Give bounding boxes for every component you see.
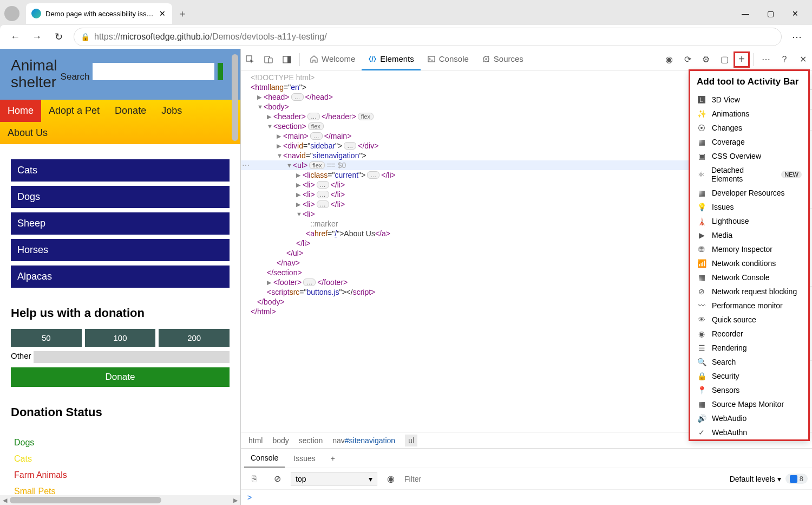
nav-item[interactable]: Donate [107, 100, 154, 122]
tool-icon: 🅻 [697, 95, 706, 104]
tool-menu-item[interactable]: ⛃Memory Inspector [690, 242, 808, 256]
perf-icon[interactable]: ⟳ [678, 49, 697, 70]
search-input[interactable] [93, 63, 214, 80]
close-window-icon[interactable]: ✕ [783, 5, 808, 22]
tool-menu-item[interactable]: ▦Developer Resources [690, 186, 808, 200]
forward-button[interactable]: → [27, 27, 47, 47]
tool-icon: 〰 [697, 301, 706, 310]
nav-item[interactable]: Home [0, 100, 41, 122]
minimize-icon[interactable]: — [733, 5, 758, 22]
tool-menu-item[interactable]: 🗼Lighthouse [690, 214, 808, 228]
drawer-console-tab[interactable]: Console [244, 449, 285, 468]
dock-icon[interactable] [278, 49, 296, 70]
tool-icon: ▦ [697, 138, 706, 146]
eye-icon[interactable]: ◉ [382, 468, 400, 490]
console-filter-input[interactable] [404, 475, 480, 483]
profile-icon[interactable] [4, 6, 19, 21]
tab-welcome[interactable]: Welcome [303, 49, 362, 70]
tool-menu-item[interactable]: 📶Network conditions [690, 256, 808, 270]
log-levels[interactable]: Default levels ▾ [730, 475, 781, 483]
tab-sources[interactable]: Sources [475, 49, 530, 70]
search-button[interactable] [218, 63, 223, 80]
close-devtools-icon[interactable]: ✕ [794, 49, 812, 70]
tool-menu-item[interactable]: 📍Sensors [690, 383, 808, 397]
tool-icon: ⊘ [697, 287, 706, 296]
site-header: Animalshelter Search [0, 49, 240, 100]
tool-menu-item[interactable]: ▦Network Console [690, 270, 808, 284]
animal-button[interactable]: Dogs [11, 186, 230, 208]
more-icon[interactable]: ⋯ [757, 49, 775, 70]
svg-rect-5 [428, 56, 435, 62]
close-tab-icon[interactable]: ✕ [158, 9, 167, 18]
maximize-icon[interactable]: ▢ [758, 5, 783, 22]
tool-menu-item[interactable]: ⦿Changes [690, 121, 808, 135]
page-content: Animalshelter Search HomeAdopt a PetDona… [0, 49, 240, 505]
help-icon[interactable]: ? [775, 49, 794, 70]
tool-menu-item[interactable]: ✨Animations [690, 107, 808, 121]
nav-item[interactable]: About Us [0, 122, 55, 144]
donation-amount-button[interactable]: 100 [85, 329, 156, 347]
tool-menu-item[interactable]: ▦Source Maps Monitor [690, 397, 808, 411]
clear-console-icon[interactable]: ⊘ [268, 468, 286, 490]
tool-menu-item[interactable]: 💡Issues [690, 200, 808, 214]
dom-tree[interactable]: <!DOCTYPE html> <html lang="en"> ▶<head>… [241, 70, 764, 432]
tool-icon: ▣ [697, 152, 706, 160]
tool-icon: 🗼 [697, 217, 706, 225]
tool-menu-item[interactable]: 🔒Security [690, 369, 808, 383]
animal-button[interactable]: Alpacas [11, 266, 230, 288]
gear-icon[interactable]: ⚙ [697, 49, 715, 70]
horizontal-scrollbar[interactable]: ◀ ▶ [0, 495, 240, 505]
tool-menu-item[interactable]: ▦Coverage [690, 135, 808, 149]
animal-button[interactable]: Cats [11, 159, 230, 182]
tool-menu-item[interactable]: 🔊WebAudio [690, 411, 808, 425]
tool-menu-item[interactable]: ▶Media [690, 228, 808, 242]
animal-button[interactable]: Sheep [11, 212, 230, 235]
site-title: Animalshelter [11, 57, 57, 91]
tool-icon: ▦ [697, 189, 706, 197]
animal-button[interactable]: Horses [11, 239, 230, 261]
menu-button[interactable]: ⋯ [787, 27, 807, 47]
address-bar[interactable]: 🔒 https://microsoftedge.github.io/Demos/… [74, 28, 782, 46]
drawer-issues-tab[interactable]: Issues [287, 450, 322, 467]
drawer-add-tab[interactable]: + [324, 450, 342, 467]
back-button[interactable]: ← [5, 27, 25, 47]
tool-icon: 🔊 [697, 414, 706, 423]
console-prompt[interactable]: > [241, 490, 812, 505]
tool-menu-item[interactable]: ✓WebAuthn [690, 425, 808, 439]
app-icon[interactable]: ▢ [715, 49, 734, 70]
other-amount-input[interactable] [34, 351, 230, 363]
tool-menu-item[interactable]: ◉Recorder [690, 327, 808, 341]
nav-item[interactable]: Jobs [154, 100, 189, 122]
wifi-icon[interactable]: ◉ [660, 49, 678, 70]
tool-menu-item[interactable]: 〰Performance monitor [690, 299, 808, 313]
tool-menu-item[interactable]: ⚛Detached ElementsNEW [690, 163, 808, 186]
tool-icon: ◉ [697, 329, 706, 338]
scope-select[interactable]: top▾ [291, 472, 377, 486]
donation-amount-button[interactable]: 50 [11, 329, 82, 347]
donate-button[interactable]: Donate [11, 367, 230, 387]
issues-count[interactable]: 8 [785, 474, 808, 484]
add-tool-button[interactable]: + [734, 51, 750, 68]
tool-icon: ☰ [697, 344, 706, 352]
tab-elements[interactable]: Elements [362, 49, 421, 70]
vertical-scrollbar[interactable] [232, 49, 239, 505]
status-item: Farm Animals [11, 467, 230, 483]
nav-item[interactable]: Adopt a Pet [41, 100, 107, 122]
tool-menu-item[interactable]: ☰Rendering [690, 341, 808, 355]
donation-amount-button[interactable]: 200 [159, 329, 230, 347]
device-icon[interactable] [259, 49, 278, 70]
tab-console[interactable]: Console [421, 49, 475, 70]
new-tab-button[interactable]: ＋ [174, 5, 191, 22]
tool-menu-item[interactable]: 🔍Search [690, 355, 808, 369]
sidebar-toggle-icon[interactable]: ⎘ [245, 468, 264, 490]
browser-tab[interactable]: Demo page with accessibility issues ✕ [26, 3, 172, 24]
status-item: Cats [11, 451, 230, 467]
tool-menu-item[interactable]: ⊘Network request blocking [690, 284, 808, 299]
tool-icon: 💡 [697, 203, 706, 211]
refresh-button[interactable]: ↻ [49, 27, 68, 47]
tool-menu-item[interactable]: 👁Quick source [690, 313, 808, 327]
inspect-icon[interactable] [241, 49, 259, 70]
tool-menu-item[interactable]: ▣CSS Overview [690, 149, 808, 163]
tool-menu-item[interactable]: 🅻3D View [690, 93, 808, 107]
svg-rect-4 [287, 56, 291, 63]
